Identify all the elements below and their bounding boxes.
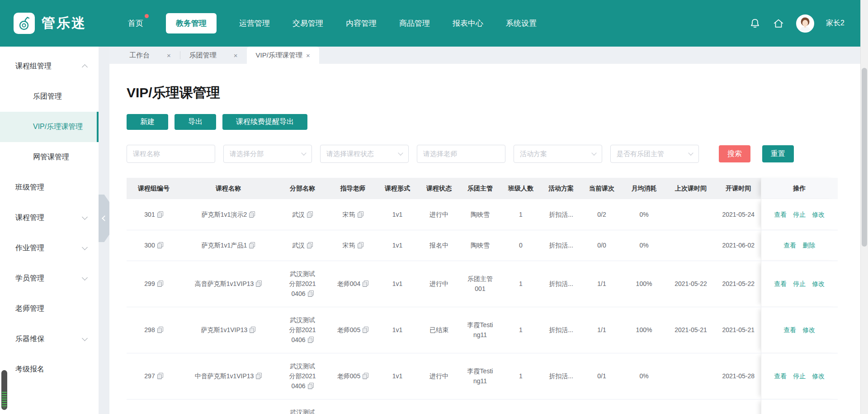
reset-button[interactable]: 重置	[762, 145, 794, 162]
cell-开课时间: 2021-05-24	[716, 199, 761, 230]
sidebar-item-10[interactable]: 乐器维保	[0, 324, 99, 354]
action-link-修改[interactable]: 修改	[812, 371, 825, 381]
sidebar-item-8[interactable]: 学员管理	[0, 263, 99, 294]
cell-text: 高音萨克斯1v1VIP13	[195, 280, 254, 287]
copy-icon[interactable]	[308, 383, 314, 389]
home-icon[interactable]	[773, 18, 784, 29]
search-button[interactable]: 搜索	[719, 145, 750, 162]
action-link-查看[interactable]: 查看	[783, 240, 796, 250]
copy-icon[interactable]	[307, 242, 313, 248]
username-label[interactable]: 家长2	[826, 19, 844, 28]
page-scrollbar[interactable]	[860, 0, 868, 414]
sidebar-item-9[interactable]: 老师管理	[0, 294, 99, 324]
filter-select-2[interactable]: 请选择分部	[223, 145, 312, 163]
cell-课程组编号	[127, 399, 181, 414]
cell-text: 2021-05-22	[675, 280, 707, 287]
action-link-停止[interactable]: 停止	[793, 209, 806, 219]
cell-text: 1	[519, 211, 523, 218]
copy-icon[interactable]	[157, 373, 163, 379]
nav-item-7[interactable]: 报表中心	[453, 13, 483, 33]
sidebar-item-label: VIP/乐理课管理	[33, 122, 83, 132]
sidebar-item-1[interactable]: 课程组管理	[0, 51, 99, 81]
filter-select-6[interactable]: 是否有乐团主管	[610, 145, 699, 163]
sidebar-item-11[interactable]: 考级报名	[0, 354, 99, 385]
copy-icon[interactable]	[363, 373, 368, 379]
action-link-查看[interactable]: 查看	[774, 279, 787, 289]
nav-item-5[interactable]: 内容管理	[346, 13, 377, 33]
copy-icon[interactable]	[308, 337, 314, 343]
action-link-查看[interactable]: 查看	[783, 325, 796, 335]
action-link-停止[interactable]: 停止	[793, 279, 806, 289]
cell-text: 2021-05-22	[722, 280, 755, 287]
filter-input-1[interactable]: 课程名称	[127, 145, 215, 163]
sidebar-item-4[interactable]: 网管课管理	[0, 142, 99, 172]
copy-icon[interactable]	[256, 373, 262, 379]
copy-icon[interactable]	[157, 327, 163, 333]
cell-text: 武汉测试 分部2021 0406	[289, 409, 316, 414]
tab-1[interactable]: 工作台×	[120, 47, 180, 64]
cell-操作: 查看删除	[761, 230, 838, 261]
column-header-7: 乐团主管	[460, 178, 500, 199]
copy-icon[interactable]	[157, 281, 163, 287]
tab-close-icon[interactable]: ×	[167, 52, 171, 59]
tab-label: 乐团管理	[189, 51, 217, 60]
cell-班级人数	[500, 399, 541, 414]
sidebar-collapse-handle[interactable]	[99, 195, 109, 242]
cell-text: 2021-05-21	[722, 326, 755, 333]
nav-item-3[interactable]: 运营管理	[239, 13, 270, 33]
cell-活动方案: 折扣活...	[541, 307, 581, 353]
sidebar-item-3[interactable]: VIP/乐理课管理	[0, 112, 99, 142]
copy-icon[interactable]	[256, 281, 262, 287]
page-scrollbar-thumb[interactable]	[862, 68, 867, 247]
column-header-5: 课程形式	[377, 178, 418, 199]
cell-text: 萨克斯1v1演示2	[202, 211, 247, 218]
action-button-2[interactable]: 导出	[175, 114, 216, 130]
copy-icon[interactable]	[363, 327, 368, 333]
nav-item-8[interactable]: 系统设置	[506, 13, 537, 33]
copy-icon[interactable]	[157, 242, 163, 248]
filter-select-3[interactable]: 请选择课程状态	[320, 145, 409, 163]
nav-item-1[interactable]: 首页	[128, 13, 143, 33]
filter-select-5[interactable]: 活动方案	[514, 145, 602, 163]
action-link-停止[interactable]: 停止	[793, 371, 806, 381]
copy-icon[interactable]	[358, 242, 363, 248]
sidebar-item-2[interactable]: 乐团管理	[0, 81, 99, 112]
cell-上次课时间	[665, 353, 716, 399]
top-header: 管乐迷 首页教务管理运营管理交易管理内容管理商品管理报表中心系统设置	[0, 0, 868, 47]
tab-close-icon[interactable]: ×	[234, 52, 238, 59]
copy-icon[interactable]	[363, 281, 368, 287]
cell-text: 0	[519, 242, 523, 249]
action-button-1[interactable]: 新建	[127, 114, 168, 130]
action-link-修改[interactable]: 修改	[812, 209, 825, 219]
action-link-删除[interactable]: 删除	[802, 240, 815, 250]
cell-text: 老师005	[337, 372, 360, 380]
tab-3[interactable]: VIP/乐理课管理×	[247, 47, 319, 64]
copy-icon[interactable]	[250, 327, 255, 333]
copy-icon[interactable]	[358, 211, 363, 218]
brand-name: 管乐迷	[42, 14, 86, 33]
filter-input-4[interactable]: 请选择老师	[417, 145, 505, 163]
user-avatar[interactable]	[796, 14, 814, 33]
cell-上次课时间	[665, 230, 716, 261]
cell-乐团主管: 陶映雪	[460, 199, 500, 230]
action-link-修改[interactable]: 修改	[812, 279, 825, 289]
sidebar-item-6[interactable]: 课程管理	[0, 203, 99, 233]
tab-close-icon[interactable]: ×	[306, 52, 310, 59]
action-button-3[interactable]: 课程续费提醒导出	[222, 114, 307, 130]
sidebar-item-7[interactable]: 作业管理	[0, 233, 99, 263]
nav-item-4[interactable]: 交易管理	[292, 13, 323, 33]
tab-2[interactable]: 乐团管理×	[180, 47, 247, 64]
nav-item-2[interactable]: 教务管理	[166, 13, 217, 33]
copy-icon[interactable]	[307, 211, 313, 218]
copy-icon[interactable]	[249, 211, 255, 218]
action-link-修改[interactable]: 修改	[802, 325, 815, 335]
bell-icon[interactable]	[749, 18, 761, 29]
copy-icon[interactable]	[308, 290, 314, 297]
copy-icon[interactable]	[249, 242, 255, 248]
copy-icon[interactable]	[157, 211, 163, 218]
sidebar-item-5[interactable]: 班级管理	[0, 172, 99, 203]
action-link-查看[interactable]: 查看	[774, 371, 787, 381]
action-link-查看[interactable]: 查看	[774, 209, 787, 219]
nav-item-6[interactable]: 商品管理	[399, 13, 430, 33]
left-scrollbar-thumb[interactable]	[1, 370, 7, 410]
